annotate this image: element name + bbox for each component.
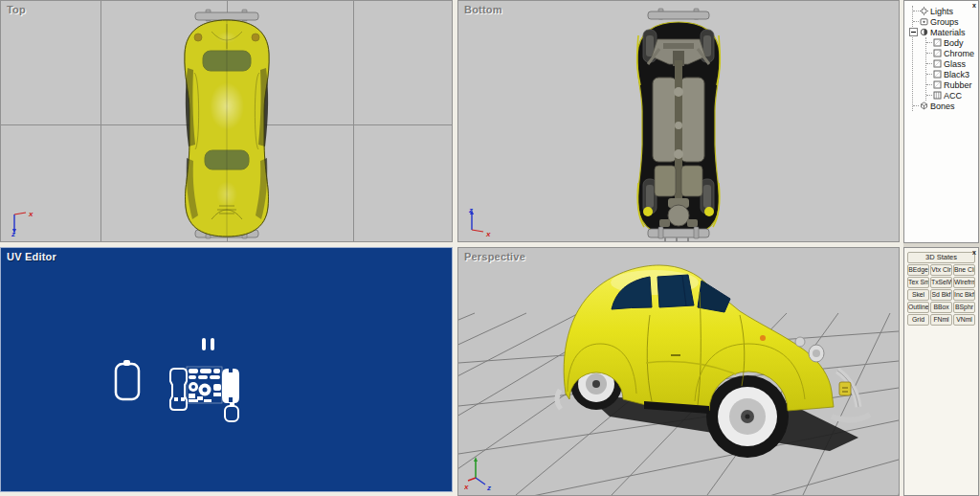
tree-item-groups[interactable]: Groups — [913, 16, 978, 27]
tree-item-acc[interactable]: ACC — [926, 90, 978, 101]
light-icon — [920, 7, 928, 15]
close-icon[interactable]: x — [972, 249, 976, 256]
axis-x-label: x — [464, 483, 469, 491]
viewport-top-label: Top — [7, 4, 26, 15]
side-panel-column: x Lights — [903, 0, 980, 496]
car-top-illustration — [185, 10, 269, 238]
close-icon[interactable]: x — [972, 2, 976, 9]
car-perspective-illustration — [557, 265, 870, 458]
tree-item-label: Body — [944, 38, 964, 48]
material-icon — [933, 38, 942, 47]
viewport-bottom[interactable]: Bottom z x — [457, 0, 900, 242]
modeler-window: Top x z — [0, 0, 980, 496]
material-acc-icon — [933, 91, 942, 100]
axis-z-label: z — [468, 206, 473, 214]
axis-gizmo-top: x z — [7, 209, 45, 237]
top-view-canvas — [1, 1, 452, 241]
tree-item-glass[interactable]: Glass — [926, 58, 978, 69]
material-icon — [933, 70, 942, 79]
states-panel: x 3D States BEdge Vtx Clr Bne Clr Tex Sm… — [903, 247, 979, 496]
axis-x-label: x — [485, 230, 491, 237]
tree-item-body[interactable]: Body — [926, 37, 978, 48]
viewport-top[interactable]: Top x z — [0, 0, 453, 242]
uv-canvas — [1, 248, 452, 491]
front-wheel — [706, 375, 789, 458]
tree-item-label: Groups — [930, 17, 959, 27]
state-button-skel[interactable]: Skel — [907, 289, 929, 301]
groups-icon — [920, 17, 928, 26]
state-button-bedge[interactable]: BEdge — [907, 264, 929, 276]
state-button-vtxclr[interactable]: Vtx Clr — [930, 264, 952, 276]
perspective-canvas — [458, 248, 899, 495]
uv-islands[interactable] — [116, 338, 239, 421]
tree-item-bones[interactable]: Bones — [913, 101, 978, 111]
tree-item-label: Materials — [930, 28, 966, 37]
tree-item-label: Chrome — [944, 49, 974, 58]
state-button-incbkf[interactable]: Inc Bkf — [953, 289, 975, 301]
state-button-wirefrme[interactable]: Wirefrme — [953, 277, 975, 288]
bones-icon — [920, 101, 928, 110]
tree-item-label: Lights — [930, 7, 953, 16]
state-button-bneclr[interactable]: Bne Clr — [953, 264, 975, 276]
state-button-grid[interactable]: Grid — [907, 314, 929, 326]
state-button-txselwt[interactable]: TxSelWt — [930, 277, 952, 288]
state-button-bsphr[interactable]: BSphr — [953, 302, 975, 313]
viewport-perspective[interactable]: Perspective x z — [457, 247, 900, 496]
tree-item-label: Rubber — [944, 80, 972, 90]
axis-x-label: x — [28, 210, 33, 218]
tree-expander-materials[interactable] — [909, 28, 918, 36]
states-button-grid: 3D States BEdge Vtx Clr Bne Clr Tex Sm T… — [904, 248, 978, 326]
materials-icon — [920, 28, 928, 36]
state-button-vnml[interactable]: VNml — [953, 314, 975, 326]
state-button-texsm[interactable]: Tex Sm — [907, 277, 929, 288]
tree-item-label: Glass — [944, 59, 966, 69]
state-button-fnml[interactable]: FNml — [930, 314, 952, 326]
tree-item-label: ACC — [944, 91, 962, 101]
car-bottom-illustration — [637, 9, 721, 241]
axis-gizmo-perspective: x z — [464, 455, 506, 491]
scene-tree: Lights Groups — [904, 1, 978, 111]
state-button-outline[interactable]: Outline — [907, 302, 929, 313]
tree-item-label: Bones — [930, 101, 955, 111]
state-button-sdbkf[interactable]: Sd Bkf — [930, 289, 952, 301]
tree-item-materials[interactable]: Materials — [913, 27, 978, 37]
viewport-perspective-label: Perspective — [464, 251, 525, 262]
state-button-bbox[interactable]: BBox — [930, 302, 952, 313]
tree-item-label: Black3 — [944, 70, 969, 79]
viewport-uv-editor[interactable]: UV Editor — [0, 247, 453, 492]
material-icon — [933, 59, 942, 68]
axis-gizmo-bottom: z x — [464, 205, 502, 237]
material-icon — [933, 49, 942, 57]
axis-z-label: z — [486, 484, 491, 491]
tree-item-rubber[interactable]: Rubber — [926, 79, 978, 90]
bottom-view-canvas — [458, 1, 899, 241]
tree-item-black3[interactable]: Black3 — [926, 69, 978, 79]
viewport-bottom-label: Bottom — [464, 4, 502, 15]
states-panel-title-button[interactable]: 3D States — [907, 252, 975, 263]
scene-tree-panel: x Lights — [903, 0, 979, 243]
tree-item-lights[interactable]: Lights — [913, 6, 978, 16]
viewport-uv-label: UV Editor — [7, 251, 56, 262]
tree-item-chrome[interactable]: Chrome — [926, 48, 978, 58]
axis-z-label: z — [11, 230, 15, 237]
material-icon — [933, 80, 942, 89]
